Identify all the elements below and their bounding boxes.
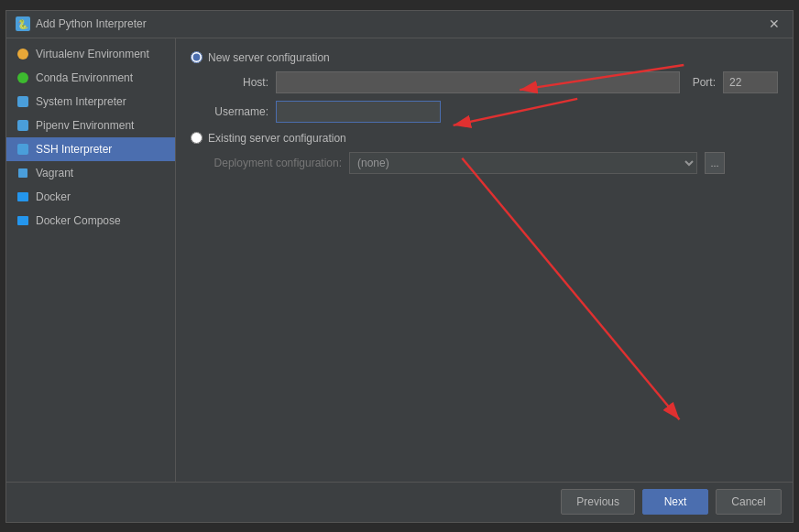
vagrant-icon xyxy=(16,166,30,180)
deployment-select[interactable]: (none) xyxy=(349,152,697,174)
sidebar-item-docker[interactable]: Docker xyxy=(6,185,175,209)
existing-server-label: Existing server configuration xyxy=(208,132,346,145)
username-input[interactable] xyxy=(276,101,441,123)
conda-icon xyxy=(16,71,30,85)
docker-icon xyxy=(16,190,30,204)
username-row: Username: xyxy=(209,101,778,123)
sidebar-label-docker: Docker xyxy=(36,190,71,203)
cancel-button[interactable]: Cancel xyxy=(716,489,782,515)
new-server-radio[interactable] xyxy=(191,51,202,63)
title-bar-left: 🐍 Add Python Interpreter xyxy=(16,16,147,31)
sidebar-item-pipenv[interactable]: Pipenv Environment xyxy=(6,114,175,137)
new-server-label: New server configuration xyxy=(208,51,330,64)
host-row: Host: Port: xyxy=(209,71,778,93)
sidebar-label-conda: Conda Environment xyxy=(36,71,133,84)
host-input[interactable] xyxy=(276,71,680,93)
footer: Previous Next Cancel xyxy=(6,482,793,522)
dialog-title: Add Python Interpreter xyxy=(36,17,147,30)
new-server-radio-row: New server configuration xyxy=(191,51,778,64)
new-server-section: New server configuration Host: Port: Use… xyxy=(191,51,778,123)
svg-line-3 xyxy=(462,157,679,419)
sidebar-label-system: System Interpreter xyxy=(36,95,126,108)
sidebar-item-system[interactable]: System Interpreter xyxy=(6,90,175,114)
host-label: Host: xyxy=(209,76,268,89)
virtualenv-icon xyxy=(16,47,30,61)
browse-button[interactable]: ... xyxy=(705,152,725,174)
existing-server-radio[interactable] xyxy=(191,132,202,144)
sidebar-item-docker-compose[interactable]: Docker Compose xyxy=(6,209,175,233)
system-icon xyxy=(16,94,30,109)
add-python-interpreter-dialog: 🐍 Add Python Interpreter ✕ Virtualenv En… xyxy=(5,10,794,523)
username-label: Username: xyxy=(209,105,268,118)
sidebar-label-docker-compose: Docker Compose xyxy=(36,214,121,227)
dialog-icon: 🐍 xyxy=(16,16,30,31)
sidebar: Virtualenv Environment Conda Environment… xyxy=(6,38,176,482)
ssh-icon xyxy=(16,142,30,157)
sidebar-label-vagrant: Vagrant xyxy=(36,167,73,179)
deployment-row: Deployment configuration: (none) ... xyxy=(209,152,778,174)
sidebar-item-vagrant[interactable]: Vagrant xyxy=(6,161,175,185)
docker-compose-icon xyxy=(16,213,30,228)
sidebar-item-ssh[interactable]: SSH Interpreter xyxy=(6,137,175,161)
sidebar-label-virtualenv: Virtualenv Environment xyxy=(36,48,149,60)
sidebar-item-conda[interactable]: Conda Environment xyxy=(6,66,175,90)
next-button[interactable]: Next xyxy=(642,489,708,515)
close-button[interactable]: ✕ xyxy=(765,15,783,33)
sidebar-label-pipenv: Pipenv Environment xyxy=(36,119,134,132)
previous-button[interactable]: Previous xyxy=(561,489,635,515)
sidebar-item-virtualenv[interactable]: Virtualenv Environment xyxy=(6,42,175,66)
sidebar-label-ssh: SSH Interpreter xyxy=(36,143,112,156)
title-bar: 🐍 Add Python Interpreter ✕ xyxy=(6,11,793,38)
port-input[interactable] xyxy=(723,71,778,93)
pipenv-icon xyxy=(16,118,30,133)
deployment-config-label: Deployment configuration: xyxy=(209,157,342,169)
dialog-body: Virtualenv Environment Conda Environment… xyxy=(6,38,793,482)
existing-server-section: Existing server configuration Deployment… xyxy=(191,132,778,174)
main-content: New server configuration Host: Port: Use… xyxy=(176,38,793,482)
existing-server-radio-row: Existing server configuration xyxy=(191,132,778,145)
port-label: Port: xyxy=(693,76,716,89)
